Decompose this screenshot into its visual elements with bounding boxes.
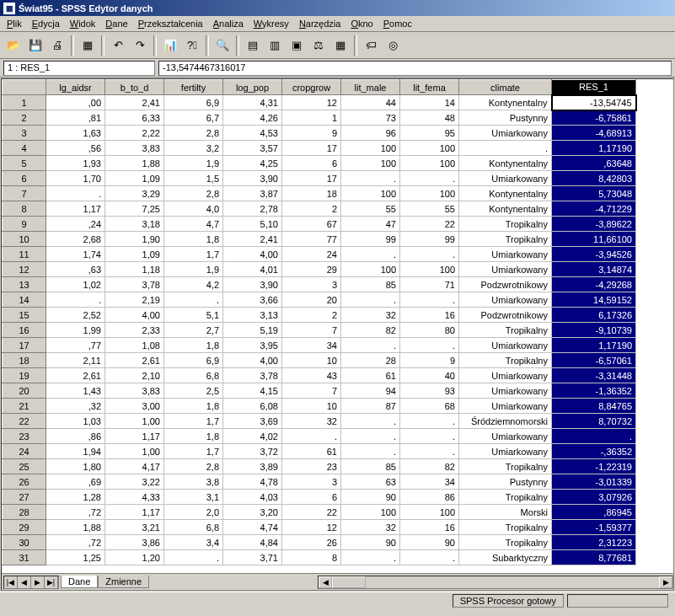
data-cell[interactable]: 3,22 xyxy=(105,474,164,490)
data-cell[interactable]: 1,17190 xyxy=(552,338,636,353)
data-cell[interactable]: Kontynentalny xyxy=(459,201,552,217)
data-cell[interactable]: 4,26 xyxy=(223,110,282,126)
menu-edycja[interactable]: Edycja xyxy=(27,17,65,30)
row-header[interactable]: 5 xyxy=(3,156,46,171)
data-cell[interactable]: Umiarkowany xyxy=(459,126,552,141)
data-cell[interactable]: 17 xyxy=(282,171,341,186)
data-cell[interactable]: 73 xyxy=(341,110,400,126)
row-header[interactable]: 12 xyxy=(3,262,46,277)
data-cell[interactable]: . xyxy=(341,247,400,262)
data-cell[interactable]: Morski xyxy=(459,505,552,520)
row-header[interactable]: 28 xyxy=(3,505,46,520)
data-cell[interactable]: 17 xyxy=(282,141,341,156)
data-cell[interactable]: 47 xyxy=(341,217,400,232)
scroll-thumb[interactable] xyxy=(332,576,366,588)
data-cell[interactable]: Umiarkowany xyxy=(459,262,552,277)
data-cell[interactable]: ,72 xyxy=(46,535,105,550)
data-cell[interactable]: 40 xyxy=(400,368,459,383)
data-cell[interactable]: 2,22 xyxy=(105,126,164,141)
data-cell[interactable]: 100 xyxy=(341,186,400,201)
data-cell[interactable]: 1,09 xyxy=(105,171,164,186)
data-cell[interactable]: Tropikalny xyxy=(459,232,552,247)
row-header[interactable]: 3 xyxy=(3,126,46,141)
data-cell[interactable]: 2,7 xyxy=(164,323,223,338)
data-cell[interactable]: 1,00 xyxy=(105,444,164,459)
data-cell[interactable]: 8,42803 xyxy=(552,171,636,186)
row-header[interactable]: 31 xyxy=(3,550,46,565)
data-cell[interactable]: . xyxy=(400,414,459,429)
split-file-icon[interactable]: ▣ xyxy=(287,35,307,56)
data-cell[interactable]: 55 xyxy=(400,201,459,217)
data-cell[interactable]: ,69 xyxy=(46,474,105,490)
data-cell[interactable]: 24 xyxy=(282,247,341,262)
col-header-lit_male[interactable]: lit_male xyxy=(341,80,400,95)
data-cell[interactable]: -9,10739 xyxy=(552,323,636,338)
data-cell[interactable]: 3,57 xyxy=(223,141,282,156)
data-cell[interactable]: 1,18 xyxy=(105,262,164,277)
data-cell[interactable]: Podzwrotnikowy xyxy=(459,308,552,323)
data-cell[interactable]: 3,83 xyxy=(105,383,164,399)
data-cell[interactable]: 3,8 xyxy=(164,474,223,490)
data-cell[interactable]: 3,86 xyxy=(105,535,164,550)
data-cell[interactable]: 1,00 xyxy=(105,414,164,429)
row-header[interactable]: 10 xyxy=(3,232,46,247)
data-cell[interactable]: Kontynentalny xyxy=(459,156,552,171)
menu-okno[interactable]: Okno xyxy=(346,17,378,30)
data-cell[interactable]: 1,25 xyxy=(46,550,105,565)
data-cell[interactable]: 1,9 xyxy=(164,156,223,171)
data-cell[interactable]: ,77 xyxy=(46,338,105,353)
data-cell[interactable]: 5,10 xyxy=(223,217,282,232)
data-cell[interactable]: 1,02 xyxy=(46,277,105,292)
data-cell[interactable]: 1 xyxy=(282,110,341,126)
data-cell[interactable]: 3,89 xyxy=(223,459,282,474)
undo-icon[interactable]: ↶ xyxy=(108,35,128,56)
data-cell[interactable]: 100 xyxy=(400,505,459,520)
data-cell[interactable]: 1,9 xyxy=(164,262,223,277)
row-header[interactable]: 8 xyxy=(3,201,46,217)
data-cell[interactable]: 3,14874 xyxy=(552,262,636,277)
data-cell[interactable]: 68 xyxy=(400,399,459,414)
data-cell[interactable]: . xyxy=(341,171,400,186)
data-cell[interactable]: 6 xyxy=(282,490,341,505)
data-cell[interactable]: Tropikalny xyxy=(459,323,552,338)
data-cell[interactable]: 3,07926 xyxy=(552,490,636,505)
tab-dane[interactable]: Dane xyxy=(61,576,98,588)
tab-prev-icon[interactable]: ◀ xyxy=(18,576,31,588)
col-header-climate[interactable]: climate xyxy=(459,80,552,95)
data-cell[interactable]: 7 xyxy=(282,323,341,338)
row-header[interactable]: 16 xyxy=(3,323,46,338)
data-cell[interactable]: . xyxy=(46,292,105,308)
data-cell[interactable]: 1,17 xyxy=(105,429,164,444)
data-cell[interactable]: Kontynentalny xyxy=(459,186,552,201)
data-cell[interactable]: 3,66 xyxy=(223,292,282,308)
row-header[interactable]: 20 xyxy=(3,383,46,399)
data-cell[interactable]: 43 xyxy=(282,368,341,383)
horizontal-scrollbar[interactable]: ◀ ▶ xyxy=(318,576,673,589)
data-cell[interactable]: . xyxy=(552,429,636,444)
data-cell[interactable]: Umiarkowany xyxy=(459,429,552,444)
open-icon[interactable]: 📂 xyxy=(3,35,24,56)
data-cell[interactable]: -4,68913 xyxy=(552,126,636,141)
row-header[interactable]: 9 xyxy=(3,217,46,232)
data-cell[interactable]: 1,03 xyxy=(46,414,105,429)
data-cell[interactable]: 11,66100 xyxy=(552,232,636,247)
value-labels-icon[interactable]: 🏷 xyxy=(361,35,381,56)
data-cell[interactable]: 4,00 xyxy=(223,247,282,262)
dialog-recall-icon[interactable]: ▦ xyxy=(78,35,98,56)
data-cell[interactable]: . xyxy=(341,550,400,565)
data-cell[interactable]: 1,09 xyxy=(105,247,164,262)
data-cell[interactable]: 1,93 xyxy=(46,156,105,171)
data-cell[interactable]: 34 xyxy=(282,338,341,353)
data-cell[interactable]: Kontynentalny xyxy=(459,95,552,110)
data-cell[interactable]: 100 xyxy=(400,156,459,171)
data-cell[interactable]: 3,90 xyxy=(223,171,282,186)
data-cell[interactable]: -3,01339 xyxy=(552,474,636,490)
menu-plik[interactable]: Plik xyxy=(2,17,27,30)
row-header[interactable]: 29 xyxy=(3,520,46,535)
data-cell[interactable]: 16 xyxy=(400,520,459,535)
data-cell[interactable]: Tropikalny xyxy=(459,535,552,550)
data-cell[interactable]: . xyxy=(400,338,459,353)
data-cell[interactable]: 3,29 xyxy=(105,186,164,201)
data-cell[interactable]: Podzwrotnikowy xyxy=(459,277,552,292)
data-cell[interactable]: . xyxy=(341,414,400,429)
